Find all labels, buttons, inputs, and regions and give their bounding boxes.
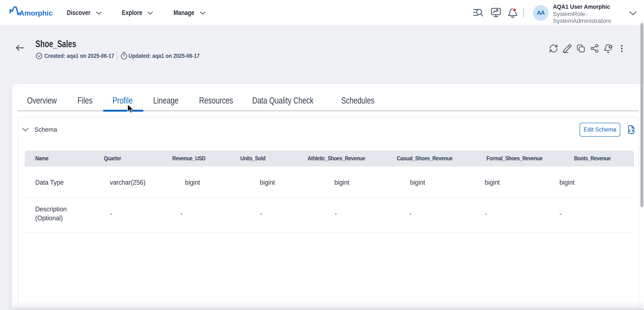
svg-text:Amorphic: Amorphic (19, 9, 52, 17)
